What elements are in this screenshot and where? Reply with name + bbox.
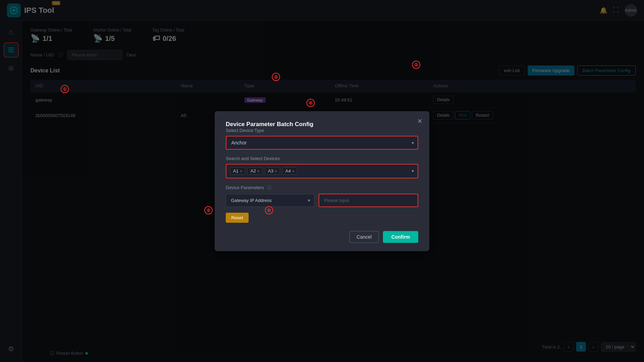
search-devices-group: Search and Select Devices A1×A2×A3×A4×▾ bbox=[226, 156, 418, 178]
tag-close-icon[interactable]: × bbox=[292, 169, 294, 173]
modal-overlay: Device Parameter Batch Config ✕ Select D… bbox=[0, 0, 644, 362]
param-type-select-wrapper: Gateway IP Address Channel Power ▾ bbox=[226, 194, 314, 207]
device-parameters-label: Device Parameters ⓘ bbox=[226, 185, 418, 191]
device-type-select-wrapper: Anchor Gateway Tag ▾ bbox=[226, 136, 418, 150]
confirm-button[interactable]: Confirm bbox=[383, 231, 418, 243]
modal-dialog: Device Parameter Batch Config ✕ Select D… bbox=[215, 111, 429, 251]
device-type-select[interactable]: Anchor Gateway Tag bbox=[226, 136, 418, 150]
device-type-group: Select Device Type Anchor Gateway Tag ▾ bbox=[226, 128, 418, 150]
device-tag: A3× bbox=[265, 167, 280, 175]
param-value-input[interactable] bbox=[319, 194, 418, 207]
params-info-icon: ⓘ bbox=[267, 185, 271, 190]
tag-close-icon[interactable]: × bbox=[257, 169, 259, 173]
device-tag: A1× bbox=[230, 167, 245, 175]
devices-tags-container[interactable]: A1×A2×A3×A4×▾ bbox=[226, 164, 418, 178]
tag-close-icon[interactable]: × bbox=[275, 169, 277, 173]
modal-close-button[interactable]: ✕ bbox=[417, 117, 422, 125]
search-devices-label: Search and Select Devices bbox=[226, 156, 418, 161]
tag-close-icon[interactable]: × bbox=[240, 169, 242, 173]
param-type-select[interactable]: Gateway IP Address Channel Power bbox=[226, 194, 314, 207]
reset-button[interactable]: Reset bbox=[226, 213, 249, 223]
device-parameters-group: Device Parameters ⓘ Gateway IP Address C… bbox=[226, 185, 418, 223]
device-type-label: Select Device Type bbox=[226, 128, 418, 133]
modal-title: Device Parameter Batch Config bbox=[226, 121, 313, 127]
modal-footer: Cancel Confirm bbox=[226, 231, 418, 243]
params-row: Gateway IP Address Channel Power ▾ bbox=[226, 194, 418, 207]
device-tag: A2× bbox=[247, 167, 262, 175]
devices-chevron-icon: ▾ bbox=[412, 168, 414, 174]
device-tag: A4× bbox=[282, 167, 297, 175]
cancel-button[interactable]: Cancel bbox=[349, 231, 379, 243]
